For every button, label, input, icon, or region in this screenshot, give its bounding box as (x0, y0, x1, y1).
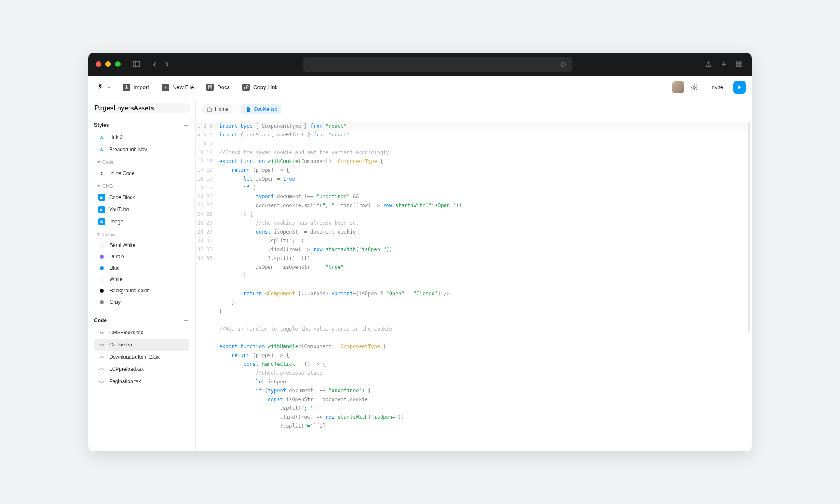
color-white[interactable]: White (94, 274, 189, 285)
gear-icon (690, 84, 698, 91)
settings-button[interactable] (688, 81, 700, 93)
code-heading: Code (94, 318, 107, 323)
window-controls (96, 61, 121, 67)
group-colors[interactable]: ▾Colors (94, 228, 189, 239)
swatch-icon (100, 243, 104, 248)
code-content[interactable]: import type { ComponentType } from "reac… (219, 122, 752, 452)
brackets-icon: <> (98, 341, 105, 348)
code-style-icon: C (98, 170, 105, 177)
svg-rect-4 (736, 65, 738, 67)
newfile-icon (162, 84, 169, 91)
swatch-icon (100, 255, 104, 259)
svg-rect-3 (739, 62, 741, 64)
app-logo-icon (97, 84, 105, 91)
copylink-icon (242, 84, 250, 91)
brackets-icon: <> (98, 366, 105, 373)
avatar[interactable] (672, 81, 684, 93)
breadcrumb-file[interactable]: Cookie.tsx (241, 104, 281, 114)
breadcrumb: Home › Cookie.tsx (196, 99, 752, 119)
group-code[interactable]: ▾Code (94, 156, 189, 167)
tab-assets[interactable]: Assets (134, 105, 154, 112)
code-file-item[interactable]: <>Cookie.tsx (94, 339, 189, 351)
style-inline-code[interactable]: CInline Code (94, 168, 189, 179)
line-gutter: 1 2 3 4 5 6 7 8 9 10 11 12 13 14 15 16 1… (196, 122, 219, 452)
maximize-dot[interactable] (115, 61, 121, 67)
brackets-icon: <> (98, 329, 105, 336)
brackets-icon: <> (98, 354, 105, 360)
tabs-grid-icon[interactable] (733, 59, 744, 70)
app-toolbar: Import New File Docs Copy Link Invite (88, 76, 752, 99)
svg-rect-2 (736, 62, 738, 64)
style-link3[interactable]: ALink 3 (94, 131, 189, 143)
code-editor[interactable]: 1 2 3 4 5 6 7 8 9 10 11 12 13 14 15 16 1… (196, 119, 752, 452)
preview-button[interactable] (733, 81, 746, 94)
svg-point-7 (693, 86, 696, 88)
group-cms[interactable]: ▾CMS (94, 180, 189, 191)
panel-tabs: Pages Layers Assets (93, 103, 190, 113)
text-style-icon: A (98, 146, 105, 153)
docs-label: Docs (217, 84, 230, 90)
import-button[interactable]: Import (118, 81, 153, 94)
color-purple[interactable]: Purple (94, 251, 189, 262)
copylink-label: Copy Link (253, 84, 278, 90)
styles-heading: Styles (94, 122, 109, 128)
color-blue[interactable]: Blue (94, 262, 189, 273)
component-icon: ▶ (98, 206, 105, 213)
new-tab-icon[interactable] (718, 59, 729, 70)
component-icon: ▣ (98, 218, 105, 225)
color-bgcolor[interactable]: Background color (94, 285, 189, 296)
close-dot[interactable] (96, 61, 101, 67)
code-file-item[interactable]: <>DownloadButton_2.tsx (94, 351, 189, 363)
refresh-icon[interactable] (560, 61, 566, 67)
swatch-icon (100, 266, 104, 270)
forward-icon[interactable] (161, 59, 172, 70)
color-gray[interactable]: Gray (94, 297, 189, 307)
style-breadcrumb[interactable]: ABreadcrumb Nav (94, 144, 189, 155)
swatch-icon (100, 300, 104, 304)
newfile-button[interactable]: New File (158, 81, 198, 94)
share-icon[interactable] (703, 59, 714, 70)
copylink-button[interactable]: Copy Link (238, 81, 282, 94)
url-bar[interactable] (303, 57, 572, 72)
component-icon: ◧ (98, 194, 105, 201)
newfile-label: New File (173, 84, 194, 90)
home-icon (207, 106, 213, 112)
app-menu-button[interactable] (94, 81, 114, 93)
import-label: Import (134, 84, 149, 90)
chevron-down-icon (107, 86, 111, 89)
code-file-item[interactable]: <>CMSBlocks.tsx (94, 327, 189, 339)
import-icon (123, 84, 130, 91)
sidebar-toggle-icon[interactable] (131, 59, 142, 70)
back-icon[interactable] (150, 59, 160, 70)
file-icon (245, 106, 251, 112)
docs-button[interactable]: Docs (202, 81, 234, 94)
chevron-right-icon: › (236, 107, 238, 112)
tab-pages[interactable]: Pages (94, 105, 113, 112)
side-panel: Pages Layers Assets Styles ALink 3 ABrea… (88, 99, 196, 452)
svg-rect-5 (739, 65, 741, 67)
swatch-icon (100, 277, 104, 282)
style-youtube[interactable]: ▶YouTube (94, 204, 189, 215)
swatch-icon (100, 289, 104, 293)
breadcrumb-home[interactable]: Home (202, 104, 233, 114)
style-code-block[interactable]: ◧Code Block (94, 192, 189, 203)
brackets-icon: <> (98, 378, 105, 385)
titlebar (88, 52, 752, 76)
add-code-icon[interactable] (183, 317, 189, 324)
code-file-item[interactable]: <>LCPpreload.tsx (94, 363, 189, 375)
code-files-list: <>CMSBlocks.tsx<>Cookie.tsx<>DownloadBut… (94, 327, 189, 387)
docs-icon (206, 84, 214, 91)
tab-layers[interactable]: Layers (113, 105, 134, 112)
svg-rect-0 (133, 61, 140, 67)
invite-button[interactable]: Invite (704, 81, 729, 93)
add-style-icon[interactable] (183, 122, 189, 129)
play-icon (737, 84, 743, 90)
minimize-dot[interactable] (105, 61, 111, 67)
color-semiwhite[interactable]: Semi White (94, 240, 189, 251)
style-image[interactable]: ▣Image (94, 216, 189, 228)
code-file-item[interactable]: <>Pagination.tsx (94, 375, 189, 387)
text-style-icon: A (98, 134, 105, 141)
